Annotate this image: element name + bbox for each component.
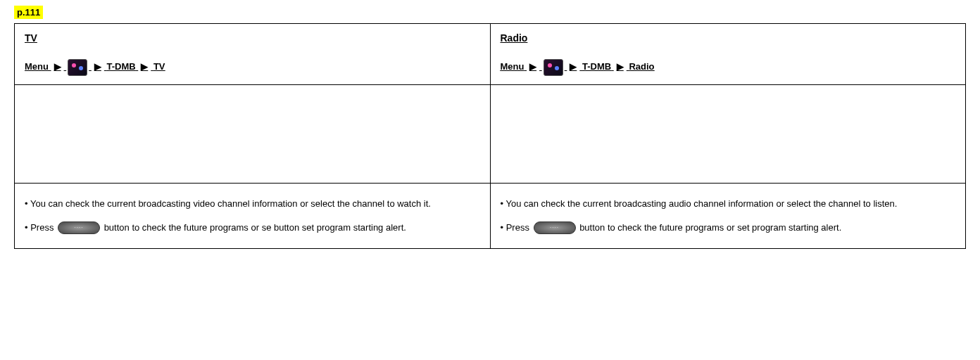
pill-button-icon bbox=[534, 221, 576, 234]
arrow-icon: ▶ bbox=[141, 61, 148, 72]
radio-bullet-1: • You can check the current broadcasting… bbox=[501, 192, 956, 216]
breadcrumb-radio: Radio bbox=[629, 61, 654, 72]
tv-header-cell: TV Menu ▶ ▶ T-DMB ▶ TV bbox=[15, 24, 491, 85]
text-post: button to check the future programs or s… bbox=[579, 222, 841, 233]
text-post: button to check the future programs or s… bbox=[104, 222, 406, 233]
tv-title: TV bbox=[25, 32, 480, 44]
arrow-icon: ▶ bbox=[570, 61, 577, 72]
dmb-app-icon bbox=[544, 59, 563, 76]
body-row: • You can check the current broadcasting… bbox=[15, 184, 966, 249]
arrow-icon: ▶ bbox=[94, 61, 101, 72]
tv-bullet-1: • You can check the current broadcasting… bbox=[25, 192, 480, 216]
page-root: p.111 TV Menu ▶ ▶ T-DMB ▶ TV Radio Menu bbox=[0, 0, 980, 360]
radio-screenshot-cell bbox=[490, 85, 966, 184]
screenshot-row bbox=[15, 85, 966, 184]
content-table: TV Menu ▶ ▶ T-DMB ▶ TV Radio Menu ▶ ▶ bbox=[14, 23, 966, 249]
breadcrumb-menu: Menu bbox=[501, 61, 524, 72]
radio-body-cell: • You can check the current broadcasting… bbox=[490, 184, 966, 249]
tv-screenshot-cell bbox=[15, 85, 491, 184]
radio-bullet-2: • Press button to check the future progr… bbox=[501, 216, 956, 240]
radio-header-cell: Radio Menu ▶ ▶ T-DMB ▶ Radio bbox=[490, 24, 966, 85]
breadcrumb-menu: Menu bbox=[25, 61, 49, 72]
dmb-app-icon bbox=[68, 59, 87, 76]
text-pre: • Press bbox=[25, 222, 56, 233]
tv-bullet-2: • Press button to check the future progr… bbox=[25, 216, 480, 240]
header-row: TV Menu ▶ ▶ T-DMB ▶ TV Radio Menu ▶ ▶ bbox=[15, 24, 966, 85]
pill-button-icon bbox=[58, 221, 100, 234]
arrow-icon: ▶ bbox=[529, 61, 536, 72]
breadcrumb-tdmb: T-DMB bbox=[106, 61, 135, 72]
arrow-icon: ▶ bbox=[54, 61, 61, 72]
breadcrumb-tdmb: T-DMB bbox=[582, 61, 611, 72]
breadcrumb-tv: TV bbox=[153, 61, 165, 72]
radio-breadcrumb: Menu ▶ ▶ T-DMB ▶ Radio bbox=[501, 61, 655, 72]
page-number-tag: p.111 bbox=[14, 6, 43, 19]
tv-body-cell: • You can check the current broadcasting… bbox=[15, 184, 491, 249]
tv-breadcrumb: Menu ▶ ▶ T-DMB ▶ TV bbox=[25, 61, 165, 72]
radio-title: Radio bbox=[501, 32, 956, 44]
arrow-icon: ▶ bbox=[617, 61, 624, 72]
text-pre: • Press bbox=[501, 222, 532, 233]
